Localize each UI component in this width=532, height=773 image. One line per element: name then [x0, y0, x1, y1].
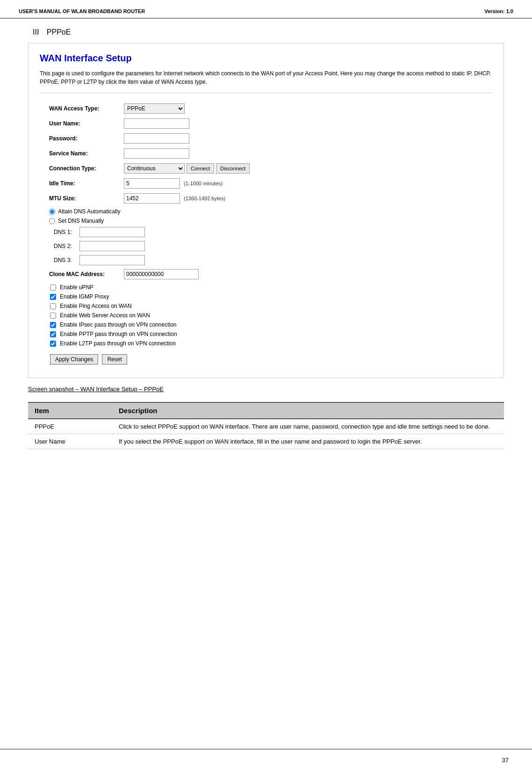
ping-label: Enable Ping Access on WAN	[60, 303, 132, 309]
idle-time-input[interactable]	[124, 178, 180, 189]
table-col2-header: Description	[112, 402, 504, 419]
user-name-row: User Name:	[40, 118, 492, 129]
password-label: Password:	[49, 135, 124, 142]
connect-button[interactable]: Connect	[187, 163, 214, 174]
checkbox-ipsec-row: Enable IPsec pass through on VPN connect…	[40, 321, 492, 328]
button-row: Apply Changes Reset	[40, 354, 492, 365]
connection-type-select[interactable]: Continuous	[124, 163, 185, 174]
table-col1-header: Item	[28, 402, 112, 419]
wan-title: WAN Interface Setup	[40, 53, 492, 64]
table-row: PPPoEClick to select PPPoE support on WA…	[28, 419, 504, 434]
wan-description: This page is used to configure the param…	[40, 69, 492, 93]
table-row: User NameIf you select the PPPoE support…	[28, 434, 504, 449]
dns2-label: DNS 2:	[54, 243, 79, 249]
pptp-label: Enable PPTP pass through on VPN connecti…	[60, 331, 177, 337]
footer-border	[0, 749, 532, 750]
header-left: USER'S MANUAL OF WLAN BROADBAND ROUTER	[19, 8, 145, 14]
wan-access-type-row: WAN Access Type: PPPoE	[40, 103, 492, 114]
service-name-row: Service Name:	[40, 148, 492, 159]
idle-time-label: Idle Time:	[49, 180, 124, 187]
table-cell-item: User Name	[28, 434, 112, 449]
service-name-input[interactable]	[124, 148, 189, 159]
set-dns-row: Set DNS Manually	[40, 218, 492, 224]
connection-type-label: Connection Type:	[49, 165, 124, 172]
dns3-input[interactable]	[79, 255, 145, 265]
wan-interface-box: WAN Interface Setup This page is used to…	[28, 43, 504, 378]
set-dns-label: Set DNS Manually	[58, 218, 104, 224]
user-name-input[interactable]	[124, 118, 189, 129]
header-right: Version: 1.0	[484, 8, 513, 14]
connection-type-row: Connection Type: Continuous Connect Disc…	[40, 163, 492, 174]
dns1-input[interactable]	[79, 227, 145, 237]
apply-changes-button[interactable]: Apply Changes	[50, 354, 98, 365]
page-number: 37	[502, 757, 509, 764]
mtu-size-hint: (1360-1492 bytes)	[184, 196, 225, 201]
table-cell-item: PPPoE	[28, 419, 112, 434]
wan-access-type-label: WAN Access Type:	[49, 105, 124, 112]
mtu-size-input[interactable]	[124, 193, 180, 204]
ipsec-checkbox[interactable]	[50, 322, 56, 328]
service-name-label: Service Name:	[49, 150, 124, 157]
table-cell-description: Click to select PPPoE support on WAN int…	[112, 419, 504, 434]
dns2-input[interactable]	[79, 241, 145, 251]
checkbox-ping-row: Enable Ping Access on WAN	[40, 303, 492, 309]
user-name-label: User Name:	[49, 120, 124, 127]
page-header: USER'S MANUAL OF WLAN BROADBAND ROUTER V…	[0, 0, 532, 19]
disconnect-button[interactable]: Disconnect	[216, 163, 250, 174]
mtu-size-row: MTU Size: (1360-1492 bytes)	[40, 193, 492, 204]
checkbox-igmp-row: Enable IGMP Proxy	[40, 293, 492, 300]
password-row: Password:	[40, 133, 492, 144]
caption-text: Screen snapshot – WAN Interface Setup – …	[28, 386, 504, 393]
section-number: III	[33, 28, 39, 36]
igmp-checkbox[interactable]	[50, 294, 56, 300]
l2tp-label: Enable L2TP pass through on VPN connecti…	[60, 340, 176, 347]
clone-mac-label: Clone MAC Address:	[49, 271, 124, 277]
pptp-checkbox[interactable]	[50, 331, 56, 337]
dns2-row: DNS 2:	[40, 241, 492, 251]
attain-dns-label: Attain DNS Automatically	[58, 208, 120, 215]
password-input[interactable]	[124, 133, 189, 144]
mtu-size-label: MTU Size:	[49, 195, 124, 202]
section-title: III PPPoE	[28, 28, 504, 36]
dns3-label: DNS 3:	[54, 257, 79, 263]
reset-button[interactable]: Reset	[102, 354, 127, 365]
igmp-label: Enable IGMP Proxy	[60, 293, 109, 300]
checkbox-webserver-row: Enable Web Server Access on WAN	[40, 312, 492, 319]
checkbox-l2tp-row: Enable L2TP pass through on VPN connecti…	[40, 340, 492, 347]
upnp-label: Enable uPNP	[60, 284, 93, 291]
attain-dns-row: Attain DNS Automatically	[40, 208, 492, 215]
description-table: Item Description PPPoEClick to select PP…	[28, 402, 504, 449]
checkbox-upnp-row: Enable uPNP	[40, 284, 492, 291]
checkbox-pptp-row: Enable PPTP pass through on VPN connecti…	[40, 331, 492, 337]
wan-form: WAN Access Type: PPPoE User Name: Passwo…	[40, 100, 492, 368]
wan-access-type-select[interactable]: PPPoE	[124, 103, 185, 114]
l2tp-checkbox[interactable]	[50, 341, 56, 347]
table-cell-description: If you select the PPPoE support on WAN i…	[112, 434, 504, 449]
webserver-checkbox[interactable]	[50, 313, 56, 319]
ipsec-label: Enable IPsec pass through on VPN connect…	[60, 321, 177, 328]
upnp-checkbox[interactable]	[50, 284, 56, 291]
clone-mac-input[interactable]	[124, 269, 199, 279]
webserver-label: Enable Web Server Access on WAN	[60, 312, 150, 319]
section-name: PPPoE	[47, 28, 71, 36]
dns1-label: DNS 1:	[54, 229, 79, 235]
dns3-row: DNS 3:	[40, 255, 492, 265]
idle-time-row: Idle Time: (1-1000 minutes)	[40, 178, 492, 189]
dns1-row: DNS 1:	[40, 227, 492, 237]
attain-dns-radio[interactable]	[49, 209, 55, 215]
ping-checkbox[interactable]	[50, 303, 56, 309]
clone-mac-row: Clone MAC Address:	[40, 269, 492, 279]
idle-time-hint: (1-1000 minutes)	[184, 181, 223, 186]
set-dns-radio[interactable]	[49, 218, 55, 224]
